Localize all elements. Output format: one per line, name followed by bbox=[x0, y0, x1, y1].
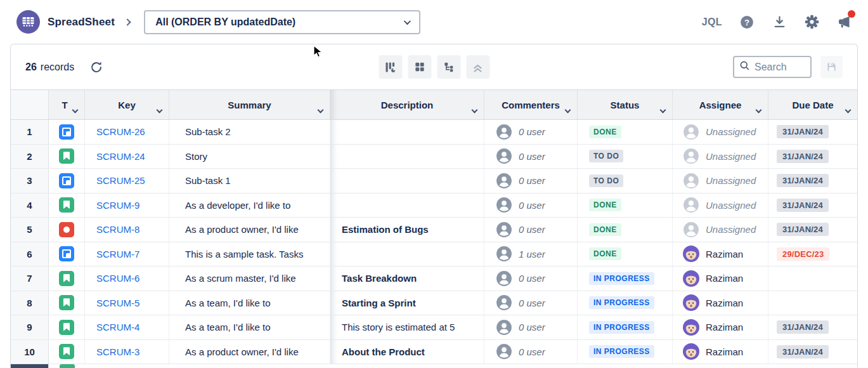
commenters-cell[interactable]: 0 user bbox=[484, 194, 578, 218]
issue-key-link[interactable]: SCRUM-3 bbox=[96, 346, 139, 357]
help-icon[interactable]: ? bbox=[739, 15, 755, 30]
commenters-cell[interactable]: 0 user bbox=[484, 169, 578, 193]
summary-cell[interactable]: This is a sample task. Tasks bbox=[169, 242, 330, 266]
issue-key-cell[interactable]: SCRUM-6 bbox=[85, 266, 169, 291]
commenters-cell[interactable]: 0 user bbox=[484, 266, 578, 291]
due-date-cell[interactable]: 31/JAN/24 bbox=[768, 145, 857, 169]
issue-type-cell[interactable] bbox=[49, 315, 85, 339]
due-date-cell[interactable]: 31/JAN/24 bbox=[768, 218, 857, 242]
issue-key-cell[interactable]: SCRUM-26 bbox=[85, 120, 169, 144]
description-cell[interactable] bbox=[330, 120, 484, 144]
hierarchy-view-button[interactable] bbox=[437, 55, 460, 79]
due-date-cell[interactable]: 31/JAN/24 bbox=[768, 194, 857, 218]
row-number-cell[interactable]: 1 bbox=[11, 120, 49, 144]
assignee-cell[interactable]: Unassigned bbox=[673, 120, 768, 144]
issue-type-cell[interactable] bbox=[49, 169, 85, 193]
issue-key-cell[interactable]: SCRUM-25 bbox=[85, 169, 169, 193]
collapse-all-button[interactable] bbox=[466, 55, 489, 79]
description-cell[interactable]: Task Breakdown bbox=[330, 266, 484, 291]
save-button[interactable] bbox=[820, 56, 843, 78]
commenters-cell[interactable]: 1 user bbox=[484, 242, 578, 266]
summary-cell[interactable]: Sub-task 2 bbox=[169, 120, 330, 144]
assignee-cell[interactable]: Unassigned bbox=[673, 169, 768, 193]
description-cell[interactable]: This story is estimated at 5 bbox=[330, 315, 484, 339]
summary-cell[interactable]: As a team, I'd like to bbox=[169, 291, 330, 315]
description-cell[interactable] bbox=[330, 194, 484, 218]
row-number-cell[interactable]: 7 bbox=[11, 266, 49, 291]
grid-view-button[interactable] bbox=[408, 55, 431, 79]
issue-key-link[interactable]: SCRUM-25 bbox=[96, 175, 145, 186]
issue-type-cell[interactable] bbox=[49, 218, 85, 242]
status-cell[interactable]: IN PROGRESS bbox=[578, 340, 673, 364]
header-due-date[interactable]: Due Date bbox=[768, 90, 857, 119]
issue-key-link[interactable]: SCRUM-26 bbox=[96, 126, 145, 137]
assignee-cell[interactable]: Raziman bbox=[673, 266, 768, 291]
description-cell[interactable] bbox=[330, 145, 484, 169]
status-cell[interactable]: DONE bbox=[578, 242, 673, 266]
commenters-cell[interactable]: 0 user bbox=[484, 340, 578, 364]
assignee-cell[interactable]: Raziman bbox=[673, 340, 768, 364]
row-number-cell[interactable]: 10 bbox=[11, 340, 49, 364]
issue-type-cell[interactable] bbox=[49, 340, 85, 364]
header-row-number[interactable] bbox=[11, 90, 49, 119]
header-status[interactable]: Status bbox=[578, 90, 673, 119]
summary-cell[interactable]: Story bbox=[169, 145, 330, 169]
issue-key-cell[interactable]: SCRUM-4 bbox=[85, 315, 169, 339]
due-date-cell[interactable] bbox=[768, 266, 857, 291]
refresh-icon[interactable] bbox=[89, 60, 103, 74]
commenters-cell[interactable]: 0 user bbox=[484, 315, 578, 339]
issue-type-cell[interactable] bbox=[49, 291, 85, 315]
issue-key-cell[interactable]: SCRUM-7 bbox=[85, 242, 169, 266]
summary-cell[interactable]: Sub-task 1 bbox=[169, 169, 330, 193]
description-cell[interactable]: About the Product bbox=[330, 340, 484, 364]
issue-key-link[interactable]: SCRUM-8 bbox=[96, 224, 139, 235]
assignee-cell[interactable]: Unassigned bbox=[673, 145, 768, 169]
row-number-cell[interactable]: 2 bbox=[11, 145, 49, 169]
summary-cell[interactable]: As a team, I'd like to bbox=[169, 315, 330, 339]
issue-key-cell[interactable]: SCRUM-5 bbox=[85, 291, 169, 315]
row-number-cell[interactable]: 6 bbox=[11, 242, 49, 266]
status-cell[interactable]: DONE bbox=[578, 218, 673, 242]
due-date-cell[interactable]: 31/JAN/24 bbox=[768, 340, 857, 364]
issue-key-cell[interactable]: SCRUM-9 bbox=[85, 194, 169, 218]
issue-key-cell[interactable]: SCRUM-8 bbox=[85, 218, 169, 242]
summary-cell[interactable]: As a developer, I'd like to bbox=[169, 194, 330, 218]
status-cell[interactable]: TO DO bbox=[578, 169, 673, 193]
issue-type-cell[interactable] bbox=[49, 120, 85, 144]
issue-key-link[interactable]: SCRUM-5 bbox=[96, 298, 139, 308]
issue-key-cell[interactable]: SCRUM-24 bbox=[85, 145, 169, 169]
row-number-cell[interactable]: 5 bbox=[11, 218, 49, 242]
issue-key-link[interactable]: SCRUM-4 bbox=[96, 322, 139, 332]
issue-key-cell[interactable]: SCRUM-3 bbox=[85, 340, 169, 364]
download-icon[interactable] bbox=[772, 15, 787, 30]
summary-cell[interactable]: As a product owner, I'd like bbox=[169, 218, 330, 242]
due-date-cell[interactable] bbox=[768, 291, 857, 315]
summary-cell[interactable]: As a product owner, I'd like bbox=[169, 340, 330, 364]
header-summary[interactable]: Summary bbox=[169, 90, 330, 119]
row-number-cell[interactable]: 9 bbox=[11, 315, 49, 339]
issue-key-link[interactable]: SCRUM-24 bbox=[96, 151, 145, 162]
view-selector-dropdown[interactable]: All (ORDER BY updatedDate) bbox=[144, 10, 420, 34]
assignee-cell[interactable]: Raziman bbox=[673, 242, 768, 266]
issue-key-link[interactable]: SCRUM-6 bbox=[96, 273, 139, 284]
summary-cell[interactable]: As a scrum master, I'd like bbox=[169, 266, 330, 291]
row-number-cell[interactable]: 3 bbox=[11, 169, 49, 193]
issue-type-cell[interactable] bbox=[49, 266, 85, 291]
due-date-cell[interactable]: 29/DEC/23 bbox=[768, 242, 857, 266]
jql-button[interactable]: JQL bbox=[702, 16, 722, 28]
header-description[interactable]: Description bbox=[330, 90, 484, 119]
settings-gear-icon[interactable] bbox=[804, 15, 819, 30]
announcements-megaphone-icon[interactable] bbox=[836, 15, 852, 30]
status-cell[interactable]: DONE bbox=[578, 194, 673, 218]
status-cell[interactable]: TO DO bbox=[578, 145, 673, 169]
header-commenters[interactable]: Commenters bbox=[484, 90, 578, 119]
header-type[interactable]: T bbox=[49, 90, 85, 119]
status-cell[interactable]: IN PROGRESS bbox=[578, 291, 673, 315]
issue-type-cell[interactable] bbox=[49, 194, 85, 218]
row-number-cell[interactable]: 4 bbox=[11, 194, 49, 218]
issue-key-link[interactable]: SCRUM-9 bbox=[96, 200, 139, 211]
assignee-cell[interactable]: Unassigned bbox=[673, 194, 768, 218]
header-assignee[interactable]: Assignee bbox=[673, 90, 768, 119]
status-cell[interactable]: IN PROGRESS bbox=[578, 266, 673, 291]
assignee-cell[interactable]: Unassigned bbox=[673, 218, 768, 242]
